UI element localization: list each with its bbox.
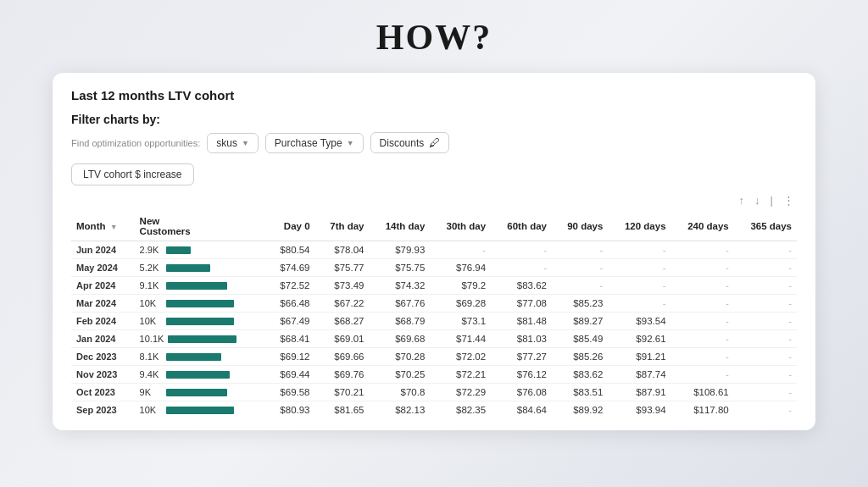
skus-label: skus <box>216 137 237 149</box>
cell-day30: $79.2 <box>430 277 491 295</box>
cell-day90: $85.49 <box>552 330 608 348</box>
cell-day240: - <box>671 295 734 313</box>
cell-day0: $80.54 <box>266 241 315 259</box>
cell-month: Feb 2024 <box>71 313 135 330</box>
col-month[interactable]: Month ▼ <box>71 212 135 241</box>
cell-day14: $79.93 <box>370 241 431 259</box>
cell-customers: 10K <box>135 401 266 419</box>
sort-down-icon[interactable]: ↓ <box>752 192 763 208</box>
cell-day120: - <box>608 295 670 313</box>
cell-day0: $72.52 <box>266 277 315 295</box>
table-row: Sep 2023 10K $80.93$81.65$82.13$82.35$84… <box>71 401 797 419</box>
cell-day0: $66.48 <box>266 295 315 313</box>
cell-day0: $80.93 <box>266 401 315 419</box>
cell-day0: $74.69 <box>266 259 315 277</box>
cell-day365: - <box>734 348 797 366</box>
col-day60: 60th day <box>491 212 552 241</box>
main-card: Last 12 months LTV cohort Filter charts … <box>53 73 815 430</box>
find-label: Find optimization opportunities: <box>71 138 200 148</box>
cell-day365: - <box>734 295 797 313</box>
table-header-row: Month ▼ NewCustomers Day 0 7th day 14th … <box>71 212 797 241</box>
cell-day365: - <box>734 277 797 295</box>
cell-day60: $81.48 <box>491 313 552 330</box>
cell-day0: $67.49 <box>266 313 315 330</box>
ltv-cohort-button[interactable]: LTV cohort $ increase <box>71 163 194 185</box>
cell-day120: $93.54 <box>608 313 670 330</box>
cell-day60: $84.64 <box>491 401 552 419</box>
discounts-filter-icon: 🖊 <box>429 136 440 149</box>
cell-day7: $69.66 <box>315 348 370 366</box>
cell-day14: $75.75 <box>370 259 431 277</box>
cell-month: Jun 2024 <box>71 241 135 259</box>
cell-day60: $76.08 <box>491 384 552 401</box>
table-row: Jan 2024 10.1K $68.41$69.01$69.68$71.44$… <box>71 330 797 348</box>
cell-day90: - <box>552 277 608 295</box>
table-row: Nov 2023 9.4K $69.44$69.76$70.25$72.21$7… <box>71 366 797 384</box>
more-options-icon[interactable]: ⋮ <box>781 192 797 208</box>
cell-day7: $68.27 <box>315 313 370 330</box>
cell-day60: $81.03 <box>491 330 552 348</box>
cell-day240: $108.61 <box>671 384 734 401</box>
cell-day7: $69.01 <box>315 330 370 348</box>
discounts-label: Discounts <box>380 137 425 149</box>
cell-day30: $73.1 <box>430 313 491 330</box>
cell-day240: - <box>671 241 734 259</box>
cell-day240: - <box>671 348 734 366</box>
cell-customers: 9K <box>135 384 266 401</box>
cell-day120: $93.94 <box>608 401 670 419</box>
discounts-dropdown[interactable]: Discounts 🖊 <box>370 132 450 153</box>
col-day365: 365 days <box>734 212 797 241</box>
cell-day14: $70.8 <box>370 384 431 401</box>
purchase-type-dropdown[interactable]: Purchase Type ▼ <box>265 133 364 153</box>
cell-day7: $81.65 <box>315 401 370 419</box>
cell-customers: 8.1K <box>135 348 266 366</box>
cell-day120: - <box>608 259 670 277</box>
cell-day30: $69.28 <box>430 295 491 313</box>
cell-customers: 5.2K <box>135 259 266 277</box>
col-day240: 240 days <box>671 212 734 241</box>
table-row: Jun 2024 2.9K $80.54$78.04$79.93------ <box>71 241 797 259</box>
cell-day365: - <box>734 384 797 401</box>
table-row: Apr 2024 9.1K $72.52$73.49$74.32$79.2$83… <box>71 277 797 295</box>
purchase-type-arrow-icon: ▼ <box>347 139 354 147</box>
cell-day365: - <box>734 313 797 330</box>
skus-dropdown[interactable]: skus ▼ <box>207 133 259 153</box>
col-day120: 120 days <box>608 212 670 241</box>
cell-day240: $117.80 <box>671 401 734 419</box>
cell-customers: 10K <box>135 295 266 313</box>
cell-day60: $77.27 <box>491 348 552 366</box>
cell-month: May 2024 <box>71 259 135 277</box>
cell-day240: - <box>671 330 734 348</box>
cell-customers: 2.9K <box>135 241 266 259</box>
filter-label: Filter charts by: <box>71 113 797 126</box>
cell-day120: $87.74 <box>608 366 670 384</box>
cell-customers: 10.1K <box>135 330 266 348</box>
cell-month: Mar 2024 <box>71 295 135 313</box>
cell-day14: $68.79 <box>370 313 431 330</box>
cell-day30: $72.29 <box>430 384 491 401</box>
sort-up-icon[interactable]: ↑ <box>737 192 748 208</box>
cell-day365: - <box>734 401 797 419</box>
cell-month: Jan 2024 <box>71 330 135 348</box>
table-row: Feb 2024 10K $67.49$68.27$68.79$73.1$81.… <box>71 313 797 330</box>
col-day30: 30th day <box>430 212 491 241</box>
cell-day240: - <box>671 259 734 277</box>
ltv-table: Month ▼ NewCustomers Day 0 7th day 14th … <box>71 212 797 418</box>
cell-day7: $67.22 <box>315 295 370 313</box>
cell-day14: $67.76 <box>370 295 431 313</box>
cell-day14: $69.68 <box>370 330 431 348</box>
cell-day365: - <box>734 330 797 348</box>
cell-day0: $68.41 <box>266 330 315 348</box>
cell-day60: $83.62 <box>491 277 552 295</box>
table-row: Mar 2024 10K $66.48$67.22$67.76$69.28$77… <box>71 295 797 313</box>
col-day14: 14th day <box>370 212 431 241</box>
cell-day30: $82.35 <box>430 401 491 419</box>
table-row: Dec 2023 8.1K $69.12$69.66$70.28$72.02$7… <box>71 348 797 366</box>
cell-day120: $91.21 <box>608 348 670 366</box>
cell-day90: - <box>552 259 608 277</box>
col-day0: Day 0 <box>266 212 315 241</box>
cell-day30: $72.21 <box>430 366 491 384</box>
cell-day30: $76.94 <box>430 259 491 277</box>
cell-day365: - <box>734 241 797 259</box>
cell-day240: - <box>671 366 734 384</box>
